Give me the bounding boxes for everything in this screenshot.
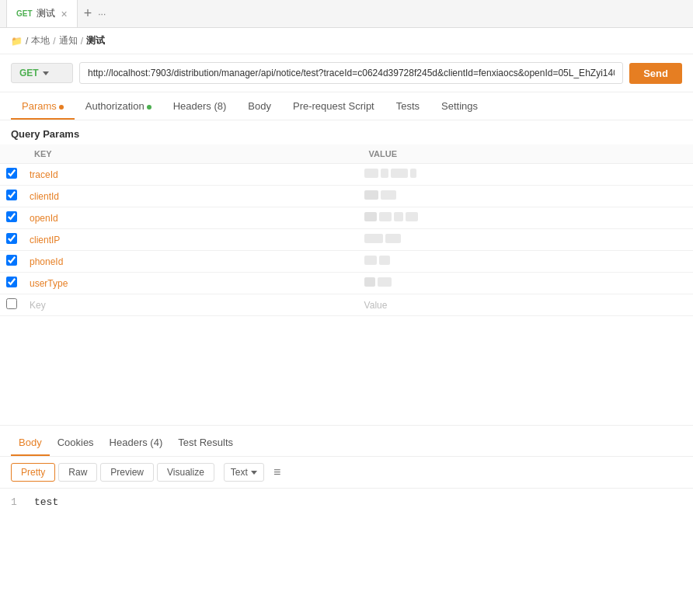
subtab-raw[interactable]: Raw — [58, 463, 97, 482]
tab-pre-request[interactable]: Pre-request Script — [282, 92, 385, 120]
active-tab[interactable]: GET 测试 × — [6, 0, 78, 27]
query-params-title: Query Params — [0, 120, 693, 144]
tab-tests[interactable]: Tests — [385, 92, 430, 120]
row-checkbox[interactable] — [6, 255, 17, 266]
row-checkbox[interactable] — [6, 211, 17, 222]
table-row-empty: Key Value — [0, 294, 693, 316]
url-bar: GET Send — [0, 54, 693, 92]
param-value[interactable] — [358, 186, 693, 207]
param-value[interactable] — [358, 164, 693, 186]
table-row: openId — [0, 207, 693, 229]
param-key[interactable]: clientId — [23, 186, 358, 207]
tab-title: 测试 — [37, 7, 55, 20]
tab-close-icon[interactable]: × — [61, 8, 68, 20]
line-number-1: 1 — [11, 496, 23, 508]
breadcrumb-item-local[interactable]: 本地 — [31, 34, 50, 47]
folder-icon: 📁 — [11, 36, 23, 47]
tab-method-label: GET — [16, 9, 33, 18]
request-nav-tabs: Params Authorization Headers (8) Body Pr… — [0, 92, 693, 120]
param-key[interactable]: traceId — [23, 164, 358, 186]
tab-params[interactable]: Params — [11, 92, 75, 120]
format-chevron-icon — [251, 471, 257, 475]
code-area: 1 test — [0, 489, 693, 516]
table-row: traceId — [0, 164, 693, 186]
col-checkbox — [0, 144, 23, 164]
empty-value[interactable]: Value — [358, 294, 693, 316]
table-row: userType — [0, 273, 693, 294]
send-button[interactable]: Send — [629, 63, 682, 84]
breadcrumb-sep1: / — [53, 36, 55, 47]
response-area: Body Cookies Headers (4) Test Results Pr… — [0, 429, 693, 516]
param-value[interactable] — [358, 251, 693, 273]
col-value-header: VALUE — [358, 144, 693, 164]
wrap-icon[interactable]: ≡ — [273, 465, 280, 479]
method-selector[interactable]: GET — [11, 63, 73, 83]
tab-headers[interactable]: Headers (8) — [162, 92, 238, 120]
subtab-visualize[interactable]: Visualize — [157, 463, 214, 482]
tab-body[interactable]: Body — [237, 92, 282, 120]
auth-dot — [147, 105, 151, 110]
spacer — [0, 316, 693, 425]
params-table: KEY VALUE traceIdclientIdopenIdclientIPp… — [0, 144, 693, 316]
col-key-header: KEY — [23, 144, 358, 164]
param-value[interactable] — [358, 207, 693, 229]
method-value: GET — [19, 68, 39, 78]
format-label: Text — [231, 467, 248, 478]
breadcrumb-separator: / — [26, 36, 28, 47]
response-nav-tabs: Body Cookies Headers (4) Test Results — [0, 429, 693, 457]
response-tab-body[interactable]: Body — [11, 429, 50, 456]
tab-authorization[interactable]: Authorization — [75, 92, 162, 120]
more-tabs-button[interactable]: ··· — [98, 9, 106, 19]
empty-checkbox[interactable] — [6, 298, 17, 309]
param-key[interactable]: phoneId — [23, 251, 358, 273]
breadcrumb-sep2: / — [81, 36, 83, 47]
breadcrumb: 📁 / 本地 / 通知 / 测试 — [0, 28, 693, 54]
subtab-pretty[interactable]: Pretty — [11, 463, 55, 482]
tab-bar: GET 测试 × + ··· — [0, 0, 693, 28]
empty-key[interactable]: Key — [23, 294, 358, 316]
method-chevron-icon — [43, 71, 49, 75]
breadcrumb-item-notice[interactable]: 通知 — [59, 34, 78, 47]
new-tab-button[interactable]: + — [78, 5, 99, 22]
row-checkbox[interactable] — [6, 277, 17, 287]
table-row: clientIP — [0, 229, 693, 251]
param-key[interactable]: userType — [23, 273, 358, 294]
row-checkbox[interactable] — [6, 233, 17, 244]
response-tab-test-results[interactable]: Test Results — [170, 429, 241, 456]
param-key[interactable]: clientIP — [23, 229, 358, 251]
table-row: clientId — [0, 186, 693, 207]
format-dropdown[interactable]: Text — [224, 463, 264, 482]
response-tab-cookies[interactable]: Cookies — [50, 429, 102, 456]
url-input[interactable] — [79, 62, 623, 84]
tab-settings[interactable]: Settings — [430, 92, 489, 120]
params-dot — [59, 105, 64, 110]
response-tab-headers[interactable]: Headers (4) — [102, 429, 171, 456]
breadcrumb-item-active: 测试 — [86, 34, 105, 47]
param-value[interactable] — [358, 273, 693, 294]
code-line-1: test — [34, 496, 58, 508]
section-divider — [0, 425, 693, 426]
format-subtabs: Pretty Raw Preview Visualize Text ≡ — [0, 457, 693, 489]
param-value[interactable] — [358, 229, 693, 251]
row-checkbox[interactable] — [6, 190, 17, 200]
subtab-preview[interactable]: Preview — [100, 463, 154, 482]
param-key[interactable]: openId — [23, 207, 358, 229]
table-row: phoneId — [0, 251, 693, 273]
row-checkbox[interactable] — [6, 168, 17, 179]
